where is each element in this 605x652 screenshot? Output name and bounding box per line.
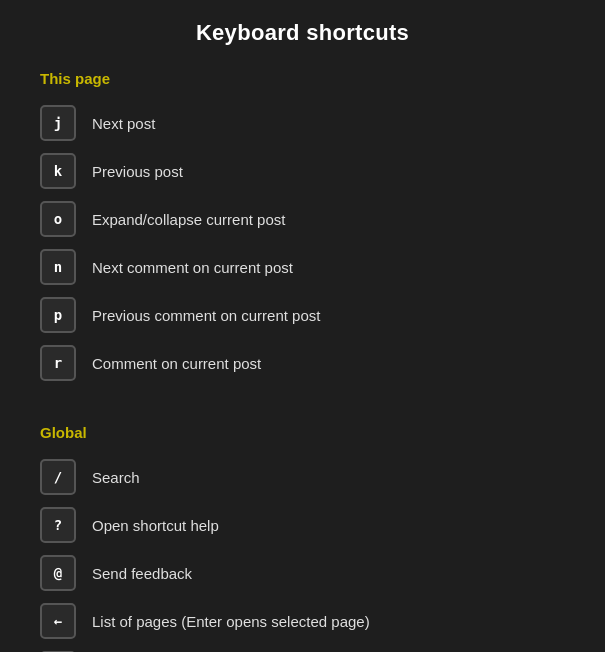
shortcut-label: Next comment on current post	[92, 259, 293, 276]
section-header-this-page: This page	[40, 70, 565, 87]
key-badge: j	[40, 105, 76, 141]
key-badge: p	[40, 297, 76, 333]
key-badge: n	[40, 249, 76, 285]
shortcut-item: pPrevious comment on current post	[40, 291, 565, 339]
shortcut-label: Previous comment on current post	[92, 307, 320, 324]
shortcut-item: →Page content	[40, 645, 565, 652]
key-badge: k	[40, 153, 76, 189]
keyboard-shortcuts-modal: Keyboard shortcuts This pagejNext postkP…	[0, 0, 605, 652]
shortcut-item: @Send feedback	[40, 549, 565, 597]
shortcut-label: Next post	[92, 115, 155, 132]
key-badge: @	[40, 555, 76, 591]
shortcut-item: jNext post	[40, 99, 565, 147]
shortcut-item: kPrevious post	[40, 147, 565, 195]
key-badge: r	[40, 345, 76, 381]
shortcut-item: oExpand/collapse current post	[40, 195, 565, 243]
shortcut-item: rComment on current post	[40, 339, 565, 387]
shortcut-label: Comment on current post	[92, 355, 261, 372]
section-header-global: Global	[40, 424, 565, 441]
modal-title: Keyboard shortcuts	[40, 20, 565, 46]
key-badge: /	[40, 459, 76, 495]
shortcut-list-global: /Search?Open shortcut help@Send feedback…	[40, 453, 565, 652]
shortcut-item: /Search	[40, 453, 565, 501]
shortcut-item: ?Open shortcut help	[40, 501, 565, 549]
shortcut-label: Previous post	[92, 163, 183, 180]
shortcut-label: List of pages (Enter opens selected page…	[92, 613, 370, 630]
shortcut-list-this-page: jNext postkPrevious postoExpand/collapse…	[40, 99, 565, 387]
shortcut-label: Open shortcut help	[92, 517, 219, 534]
shortcut-label: Send feedback	[92, 565, 192, 582]
shortcut-item: ←List of pages (Enter opens selected pag…	[40, 597, 565, 645]
shortcut-item: nNext comment on current post	[40, 243, 565, 291]
shortcut-label: Expand/collapse current post	[92, 211, 285, 228]
key-badge: ?	[40, 507, 76, 543]
key-badge: o	[40, 201, 76, 237]
shortcut-label: Search	[92, 469, 140, 486]
key-badge: ←	[40, 603, 76, 639]
